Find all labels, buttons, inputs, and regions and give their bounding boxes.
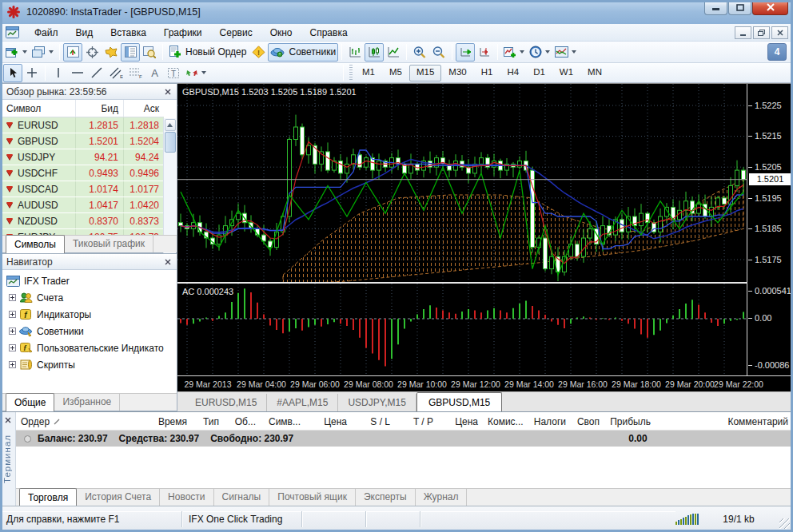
expert-advisors-button[interactable]: Советники (268, 43, 338, 62)
close-button[interactable] (752, 0, 788, 15)
timeframe-m5-button[interactable]: M5 (382, 65, 409, 81)
favorites-button[interactable] (102, 43, 121, 62)
column-order[interactable]: Ордер (16, 416, 136, 427)
navigator-root[interactable]: IFX Trader (2, 272, 177, 289)
market-watch-row[interactable]: USDJPY94.2194.24 (2, 149, 164, 165)
chart-shift-button[interactable] (475, 43, 494, 62)
time-axis[interactable]: 29 Mar 2013 29 Mar 04:00 29 Mar 06:00 29… (177, 375, 793, 392)
column-comment[interactable]: Комментарий (656, 416, 793, 427)
column-bid[interactable]: Бид (76, 100, 124, 117)
status-one-click-trading[interactable]: IFX One Click Trading (182, 511, 302, 527)
chart-tab-aapl[interactable]: #AAPL,M15 (267, 394, 338, 411)
expand-plus-icon[interactable] (9, 361, 16, 368)
column-swap[interactable]: Своп (571, 416, 604, 427)
column-sl[interactable]: S / L (352, 416, 395, 427)
crosshair-button[interactable] (82, 43, 102, 62)
indicators-button[interactable] (501, 43, 527, 62)
market-watch-row[interactable]: AUDUSD1.04171.0420 (2, 197, 164, 213)
terminal-close-icon[interactable] (2, 415, 13, 425)
timeframe-m15-button[interactable]: M15 (409, 65, 441, 81)
scrollbar-thumb[interactable] (165, 132, 176, 153)
line-chart-type-button[interactable] (384, 43, 403, 62)
menu-help[interactable]: Справка (301, 25, 357, 41)
equidistant-channel-tool-button[interactable]: E (106, 64, 126, 82)
data-window-button[interactable] (140, 43, 159, 62)
timeframe-h1-button[interactable]: H1 (474, 65, 500, 81)
price-scale[interactable]: 1.5225 1.5215 1.5205 1.5195 1.5185 1.517… (747, 84, 793, 375)
timeframe-mn-button[interactable]: MN (580, 65, 609, 81)
market-watch-row[interactable]: GBPUSD1.52011.5204 (2, 133, 164, 149)
new-chart-button[interactable] (3, 43, 30, 62)
menu-charts[interactable]: Графики (155, 25, 211, 41)
navigator-item-indicators[interactable]: f Индикаторы (2, 306, 177, 323)
market-watch-row[interactable]: NZDUSD0.83700.8373 (2, 213, 164, 229)
column-price-current[interactable]: Цена (438, 416, 483, 427)
expand-plus-icon[interactable] (9, 311, 16, 318)
fibonacci-tool-button[interactable]: F (126, 64, 145, 82)
market-watch-row[interactable]: USDCHF0.94930.9496 (2, 165, 164, 181)
templates-button[interactable] (552, 43, 579, 62)
mdi-restore-button[interactable] (753, 26, 770, 39)
column-volume[interactable]: Об... (224, 416, 261, 427)
column-price-open[interactable]: Цена (305, 416, 352, 427)
tab-news[interactable]: Новости (160, 489, 213, 506)
chart-tab-usdjpy[interactable]: USDJPY,M15 (338, 394, 416, 411)
navigator-item-advisors[interactable]: Советники (2, 323, 177, 339)
text-label-tool-button[interactable]: T (164, 64, 183, 82)
column-profit[interactable]: Прибыль (604, 416, 656, 427)
new-order-button[interactable]: Новый Ордер (166, 43, 249, 62)
navigator-item-scripts[interactable]: Скрипты (2, 356, 177, 373)
tab-tick-chart[interactable]: Тиковый график (65, 236, 153, 252)
navigator-item-custom-indicators[interactable]: f Пользовательские Индикато (2, 339, 177, 356)
column-taxes[interactable]: Налоги (528, 416, 571, 427)
chart-tab-gbpusd[interactable]: GBPUSD,M15 (416, 392, 502, 412)
alerts-icon[interactable]: ! (249, 43, 268, 62)
arrows-tool-button[interactable] (183, 64, 209, 82)
bar-chart-type-button[interactable] (345, 43, 365, 62)
menu-insert[interactable]: Вставка (102, 25, 155, 41)
resize-grip[interactable] (779, 518, 790, 529)
scroll-up-icon[interactable] (165, 119, 176, 131)
minimize-button[interactable] (704, 0, 727, 15)
expand-plus-icon[interactable] (9, 344, 16, 351)
tab-mailbox[interactable]: Почтовый ящик (269, 489, 356, 506)
navigator-item-accounts[interactable]: Счета (2, 289, 177, 306)
horizontal-line-tool-button[interactable] (68, 64, 87, 82)
market-watch-close-icon[interactable] (162, 86, 173, 97)
menu-view[interactable]: Вид (67, 25, 102, 41)
timeframe-h4-button[interactable]: H4 (500, 65, 526, 81)
column-symbol[interactable]: Симв... (261, 416, 305, 427)
navigator-close-icon[interactable] (162, 256, 173, 267)
chart-tab-eurusd[interactable]: EURUSD,M15 (185, 394, 267, 411)
column-type[interactable]: Тип (192, 416, 224, 427)
tab-common[interactable]: Общие (6, 393, 54, 411)
tab-signals[interactable]: Сигналы (214, 489, 270, 506)
tab-symbols[interactable]: Символы (6, 235, 65, 253)
zoom-out-button[interactable] (429, 43, 448, 62)
crosshair-tool-button[interactable] (22, 64, 42, 82)
chart-window[interactable]: GBPUSD,M15 1.5203 1.5205 1.5189 1.5201 A… (177, 83, 793, 391)
tick-chart-button[interactable] (63, 43, 82, 62)
text-tool-button[interactable]: A (145, 64, 164, 82)
price-chart[interactable] (177, 84, 747, 282)
market-watch-row[interactable]: EURUSD1.28151.2818 (2, 117, 164, 133)
notifications-badge[interactable]: 4 (767, 43, 787, 61)
auto-scroll-button[interactable] (456, 43, 475, 62)
balance-row[interactable]: Баланс: 230.97 Средства: 230.97 Свободно… (16, 431, 793, 447)
timeframe-m30-button[interactable]: M30 (441, 65, 473, 81)
timeframe-w1-button[interactable]: W1 (552, 65, 580, 81)
market-watch-row[interactable]: USDCAD1.01741.0177 (2, 181, 164, 197)
timeframe-d1-button[interactable]: D1 (526, 65, 552, 81)
tab-journal[interactable]: Журнал (416, 489, 468, 506)
menu-file[interactable]: Файл (26, 25, 67, 41)
market-watch-toggle-button[interactable] (121, 43, 140, 62)
candlestick-chart-type-button[interactable] (365, 43, 384, 62)
mdi-close-button[interactable] (771, 26, 788, 39)
expand-plus-icon[interactable] (9, 328, 16, 335)
column-time[interactable]: Время (136, 416, 192, 427)
tab-experts[interactable]: Эксперты (356, 489, 416, 506)
column-ask[interactable]: Аск (124, 100, 164, 117)
tab-trade[interactable]: Торговля (19, 488, 77, 506)
column-tp[interactable]: T / P (395, 416, 438, 427)
cursor-tool-button[interactable] (3, 64, 22, 82)
